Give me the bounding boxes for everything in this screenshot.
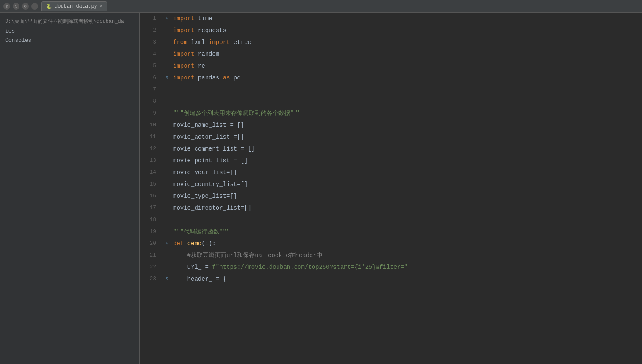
sidebar: D:\桌面\里面的文件不能删除或者移动\douban_da ies Consol…: [0, 13, 140, 364]
code-line: 22 url_ = f"https://movie.douban.com/top…: [140, 261, 642, 273]
code-line: 14 movie_year_list=[]: [140, 167, 642, 178]
line-content: from lxml import etree: [171, 36, 642, 48]
code-line: 2 import requests: [140, 25, 642, 36]
line-number: 20: [140, 238, 163, 249]
tab-label: douban_data.py: [55, 3, 97, 9]
code-line: 1 ▽ import time: [140, 13, 642, 25]
title-bar: ⊕ ⊖ ⚙ — 🐍 douban_data.py ×: [0, 0, 642, 13]
line-content: import time: [171, 13, 642, 25]
code-line: 5 import re: [140, 60, 642, 72]
code-line: 18: [140, 214, 642, 226]
line-number: 15: [140, 178, 163, 190]
line-number: 12: [140, 143, 163, 155]
line-number: 16: [140, 190, 163, 202]
line-content: movie_comment_list = []: [171, 143, 642, 155]
line-content: header_ = {: [171, 273, 642, 285]
code-line: 19 """代码运行函数""": [140, 226, 642, 238]
code-line: 16 movie_type_list=[]: [140, 190, 642, 202]
line-content: movie_country_list=[]: [171, 178, 642, 190]
code-line: 4 import random: [140, 48, 642, 60]
line-number: 5: [140, 60, 163, 72]
line-content: import pandas as pd: [171, 72, 642, 84]
line-content: movie_point_list = []: [171, 155, 642, 167]
code-line: 6 ▽ import pandas as pd: [140, 72, 642, 84]
line-number: 8: [140, 96, 163, 107]
line-content: movie_actor_list =[]: [171, 131, 642, 143]
line-number: 1: [140, 13, 163, 25]
tab-python-icon: 🐍: [46, 4, 52, 9]
line-content: import re: [171, 60, 642, 72]
code-line: 21 #获取豆瓣页面url和保存ua，cookie在header中: [140, 249, 642, 261]
window-controls[interactable]: ⊕ ⊖ ⚙ —: [3, 3, 38, 10]
code-line: 15 movie_country_list=[]: [140, 178, 642, 190]
code-line: 9 """创建多个列表用来存储爬取到的各个数据""": [140, 107, 642, 119]
line-number: 19: [140, 226, 163, 238]
line-number: 14: [140, 167, 163, 178]
line-number: 21: [140, 249, 163, 261]
window-btn-close[interactable]: —: [31, 3, 38, 10]
line-number: 10: [140, 119, 163, 131]
code-lines: 1 ▽ import time 2 import requests 3 from…: [140, 13, 642, 285]
sidebar-consoles[interactable]: Consoles: [0, 36, 139, 45]
line-number: 6: [140, 72, 163, 84]
code-editor[interactable]: 1 ▽ import time 2 import requests 3 from…: [140, 13, 642, 364]
code-line: 13 movie_point_list = []: [140, 155, 642, 167]
line-content: url_ = f"https://movie.douban.com/top250…: [171, 261, 642, 273]
fold-gutter[interactable]: ▽: [163, 238, 171, 249]
window-btn-settings[interactable]: ⚙: [22, 3, 29, 10]
sidebar-item-ies[interactable]: ies: [0, 27, 139, 36]
code-line: 8: [140, 96, 642, 107]
line-number: 23: [140, 273, 163, 285]
fold-gutter[interactable]: ▽: [163, 13, 171, 25]
main-area: D:\桌面\里面的文件不能删除或者移动\douban_da ies Consol…: [0, 13, 642, 364]
line-number: 22: [140, 261, 163, 273]
line-content: movie_name_list = []: [171, 119, 642, 131]
tab-close-btn[interactable]: ×: [100, 4, 103, 9]
line-content: #获取豆瓣页面url和保存ua，cookie在header中: [171, 249, 642, 261]
line-number: 18: [140, 214, 163, 226]
tab-douban-data[interactable]: 🐍 douban_data.py ×: [41, 1, 107, 11]
line-content: """代码运行函数""": [171, 226, 642, 238]
line-content: import random: [171, 48, 642, 60]
line-number: 7: [140, 84, 163, 96]
line-content: movie_type_list=[]: [171, 190, 642, 202]
sidebar-path: D:\桌面\里面的文件不能删除或者移动\douban_da: [0, 16, 139, 27]
line-content: movie_year_list=[]: [171, 167, 642, 178]
line-content: import requests: [171, 25, 642, 36]
window-btn-add[interactable]: ⊕: [3, 3, 10, 10]
code-line: 23 ▽ header_ = {: [140, 273, 642, 285]
line-number: 11: [140, 131, 163, 143]
fold-gutter[interactable]: ▽: [163, 72, 171, 84]
code-line: 10 movie_name_list = []: [140, 119, 642, 131]
tab-bar: 🐍 douban_data.py ×: [41, 1, 639, 11]
line-content: def demo(i):: [171, 238, 642, 249]
line-number: 17: [140, 202, 163, 214]
code-line: 20 ▽ def demo(i):: [140, 238, 642, 249]
code-line: 7: [140, 84, 642, 96]
code-line: 11 movie_actor_list =[]: [140, 131, 642, 143]
line-content: movie_director_list=[]: [171, 202, 642, 214]
window-btn-min[interactable]: ⊖: [13, 3, 19, 10]
line-number: 13: [140, 155, 163, 167]
code-line: 12 movie_comment_list = []: [140, 143, 642, 155]
line-number: 2: [140, 25, 163, 36]
fold-gutter[interactable]: ▽: [163, 273, 171, 285]
line-number: 9: [140, 107, 163, 119]
line-number: 4: [140, 48, 163, 60]
line-number: 3: [140, 36, 163, 48]
line-content: """创建多个列表用来存储爬取到的各个数据""": [171, 107, 642, 119]
code-line: 17 movie_director_list=[]: [140, 202, 642, 214]
code-line: 3 from lxml import etree: [140, 36, 642, 48]
